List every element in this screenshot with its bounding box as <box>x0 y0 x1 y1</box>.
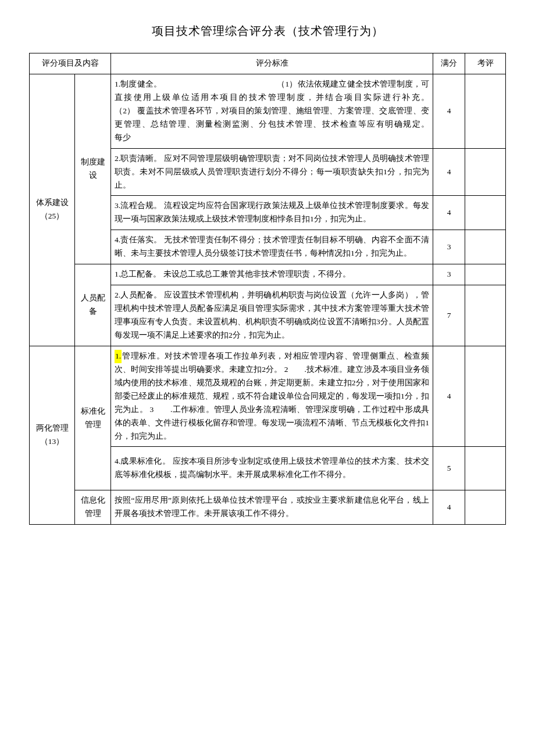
subgroup-cell: 标准化管理 <box>75 346 111 490</box>
score-cell: 4 <box>433 346 465 447</box>
highlight-text: 1. <box>115 350 122 363</box>
eval-cell <box>465 264 506 285</box>
score-cell: 7 <box>433 285 465 346</box>
table-row: 人员配备 1.总工配备。 未设总工或总工兼管其他非技术管理职责，不得分。 3 <box>30 264 506 285</box>
score-cell: 5 <box>433 447 465 490</box>
category-cell: 体系建设（25） <box>30 74 75 346</box>
page-title: 项目技术管理综合评分表（技术管理行为） <box>29 23 506 39</box>
criteria-cell: 4.成果标准化。 应按本项目所涉专业制定或使用上级技术管理单位的技术方案、技术交… <box>111 447 433 490</box>
score-cell: 4 <box>433 74 465 148</box>
eval-cell <box>465 490 506 525</box>
eval-cell <box>465 447 506 490</box>
header-eval: 考评 <box>465 53 506 74</box>
score-cell: 3 <box>433 264 465 285</box>
criteria-cell: 1.制度健全。 （1）依法依规建立健全技术管理制度，可直接使用上级单位适用本项目… <box>111 74 433 148</box>
criteria-cell: 2.人员配备。 应设置技术管理机构，并明确机构职责与岗位设置（允许一人多岗），管… <box>111 285 433 346</box>
criteria-cell: 2.职责清晰。 应对不同管理层级明确管理职责；对不同岗位技术管理人员明确技术管理… <box>111 148 433 196</box>
subgroup-cell: 人员配备 <box>75 264 111 346</box>
criteria-cell: 按照“应用尽用”原则依托上级单位技术管理平台，或按业主要求新建信息化平台，线上开… <box>111 490 433 525</box>
table-row: 两化管理（13） 标准化管理 1.管理标准。对技术管理各项工作拉单列表，对相应管… <box>30 346 506 447</box>
header-criteria: 评分标准 <box>111 53 433 74</box>
criteria-cell: 1.总工配备。 未设总工或总工兼管其他非技术管理职责，不得分。 <box>111 264 433 285</box>
category-cell: 两化管理（13） <box>30 346 75 524</box>
header-full: 满分 <box>433 53 465 74</box>
criteria-cell: 4.责任落实。 无技术管理责任制不得分；技术管理责任制目标不明确、内容不全面不清… <box>111 230 433 264</box>
eval-cell <box>465 74 506 148</box>
criteria-cell: 3.流程合规。 流程设定均应符合国家现行政策法规及上级单位技术管理制度要求。每发… <box>111 196 433 230</box>
table-header-row: 评分项目及内容 评分标准 满分 考评 <box>30 53 506 74</box>
eval-cell <box>465 230 506 264</box>
score-table: 评分项目及内容 评分标准 满分 考评 体系建设（25） 制度建设 1.制度健全。… <box>29 53 506 525</box>
score-cell: 3 <box>433 230 465 264</box>
eval-cell <box>465 196 506 230</box>
score-cell: 4 <box>433 196 465 230</box>
header-item: 评分项目及内容 <box>30 53 111 74</box>
score-cell: 4 <box>433 490 465 525</box>
criteria-cell: 1.管理标准。对技术管理各项工作拉单列表，对相应管理内容、管理侧重点、检查频次、… <box>111 346 433 447</box>
eval-cell <box>465 346 506 447</box>
subgroup-cell: 信息化管理 <box>75 490 111 525</box>
criteria-text: 管理标准。对技术管理各项工作拉单列表，对相应管理内容、管理侧重点、检查频次、时间… <box>115 352 429 440</box>
subgroup-cell: 制度建设 <box>75 74 111 264</box>
eval-cell <box>465 285 506 346</box>
eval-cell <box>465 148 506 196</box>
table-row: 信息化管理 按照“应用尽用”原则依托上级单位技术管理平台，或按业主要求新建信息化… <box>30 490 506 525</box>
table-row: 体系建设（25） 制度建设 1.制度健全。 （1）依法依规建立健全技术管理制度，… <box>30 74 506 148</box>
score-cell: 4 <box>433 148 465 196</box>
